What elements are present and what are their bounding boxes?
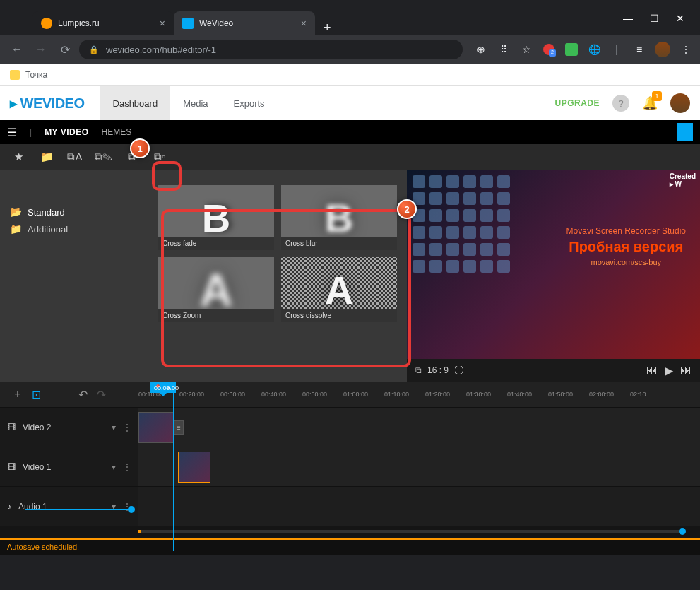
back-button[interactable]: ← xyxy=(7,43,27,56)
ruler-tick: 00:50:00 xyxy=(302,391,343,398)
track-body[interactable]: ≡ xyxy=(138,408,700,447)
tab-lumpics[interactable]: Lumpics.ru × xyxy=(32,11,174,35)
address-bar: ← → ⟳ 🔒 wevideo.com/hub#editor/-1 ⊕ ⠿ ☆ … xyxy=(0,35,700,64)
tab-close-icon[interactable]: × xyxy=(160,18,165,29)
edit-tool-icon[interactable]: ⧉✎ xyxy=(93,147,113,167)
video-icon: 🎞 xyxy=(7,462,16,472)
minimize-button[interactable]: — xyxy=(623,13,633,24)
close-button[interactable]: ✕ xyxy=(676,13,684,24)
reload-button[interactable]: ⟳ xyxy=(55,43,75,57)
star-icon[interactable]: ☆ xyxy=(519,42,533,57)
redo-icon[interactable]: ↷ xyxy=(92,388,110,401)
nav-dashboard[interactable]: Dashboard xyxy=(100,86,171,120)
track-menu-icon[interactable]: ⋮ xyxy=(123,462,131,472)
url-text: wevideo.com/hub#editor/-1 xyxy=(106,45,216,55)
zoom-handle[interactable] xyxy=(679,528,686,535)
ruler-tick: 01:30:00 xyxy=(466,391,507,398)
aspect-icon[interactable]: ⧉ xyxy=(415,365,422,375)
overlay-line2: Пробная версия xyxy=(566,239,686,255)
folder-standard[interactable]: 📂 Standard xyxy=(10,203,138,220)
themes-label: HEMES xyxy=(102,127,132,137)
preview-viewport[interactable]: Created▸ W Movavi Screen Recorder Studio… xyxy=(407,170,700,359)
ruler-tick: 01:40:00 xyxy=(507,391,548,398)
help-icon[interactable]: ? xyxy=(612,95,629,112)
lock-icon: 🔒 xyxy=(89,45,99,54)
zoom-slider[interactable] xyxy=(138,530,686,533)
folder-additional[interactable]: 📁 Additional xyxy=(10,220,138,237)
transition-indicator[interactable]: ≡ xyxy=(174,420,184,435)
text-tool-icon[interactable]: ⧉A xyxy=(65,147,85,167)
ruler-tick: 00:40:00 xyxy=(261,391,302,398)
tab-wevideo[interactable]: WeVideo × xyxy=(174,11,315,35)
project-bar: ☰ | MY VIDEO HEMES xyxy=(0,120,700,144)
aspect-ratio[interactable]: 16 : 9 xyxy=(427,365,449,375)
track-menu-icon[interactable]: ⋮ xyxy=(123,423,131,432)
translate-icon[interactable]: ⠿ xyxy=(497,42,511,57)
upgrade-link[interactable]: UPGRADE xyxy=(554,98,600,108)
new-tab-button[interactable]: + xyxy=(315,20,340,35)
bookmarks-bar: Точка xyxy=(0,64,700,86)
track-body[interactable] xyxy=(138,447,700,486)
track-dropdown-icon[interactable]: ▾ xyxy=(112,462,116,472)
snap-icon[interactable]: ⊡ xyxy=(27,388,45,401)
track-audio1: ♪ Audio 1 ▾ ⋮ xyxy=(0,486,700,526)
zoom-icon[interactable]: ⊕ xyxy=(474,42,488,57)
action-button[interactable] xyxy=(677,123,693,141)
track-label: Video 2 xyxy=(23,423,105,432)
folder-icon: 📂 xyxy=(10,206,22,218)
playhead-marker[interactable]: 📍 ✂ 00:09:00 xyxy=(150,382,176,393)
prev-frame-icon[interactable]: ⏮ xyxy=(646,364,658,377)
bookmark-link[interactable]: Точка xyxy=(25,70,47,80)
transition-crosszoom[interactable]: A Cross Zoom xyxy=(158,257,274,322)
tab-label: WeVideo xyxy=(199,18,233,28)
extension-icon[interactable]: 2 xyxy=(542,42,556,57)
track-label: Video 1 xyxy=(23,462,105,472)
notifications-icon[interactable]: 🔔1 xyxy=(642,95,658,111)
overlay-tool-icon[interactable]: ⧉▫ xyxy=(150,147,170,167)
notification-badge: 1 xyxy=(652,91,662,101)
add-track-icon[interactable]: + xyxy=(8,388,27,401)
project-title[interactable]: MY VIDEO xyxy=(45,127,88,137)
menu-icon[interactable]: ⋮ xyxy=(679,42,693,57)
track-dropdown-icon[interactable]: ▾ xyxy=(112,423,116,432)
url-input[interactable]: 🔒 wevideo.com/hub#editor/-1 xyxy=(79,40,463,59)
transition-crossdissolve[interactable]: A Cross dissolve xyxy=(281,257,397,322)
play-icon[interactable]: ▶ xyxy=(665,364,673,377)
volume-slider[interactable] xyxy=(25,509,131,510)
timeline-clip[interactable] xyxy=(138,412,174,443)
forward-button[interactable]: → xyxy=(31,43,51,56)
nav-media[interactable]: Media xyxy=(170,86,220,120)
tab-close-icon[interactable]: × xyxy=(301,18,307,29)
transition-crossfade[interactable]: B Cross fade xyxy=(158,185,274,250)
overlay-line1: Movavi Screen Recorder Studio xyxy=(566,226,686,236)
titlebar xyxy=(0,0,700,7)
track-body[interactable] xyxy=(138,487,700,526)
folder-label: Standard xyxy=(28,207,65,218)
timeline-clip[interactable] xyxy=(178,452,210,483)
next-frame-icon[interactable]: ⏭ xyxy=(680,364,692,377)
expand-icon[interactable]: ⛶ xyxy=(454,365,463,375)
media-toolbar: ★ 📁 ⧉A ⧉✎ ⧉ ⧉▫ xyxy=(0,144,700,170)
favicon-icon xyxy=(41,18,52,29)
transition-label: Cross blur xyxy=(281,237,397,250)
app-avatar[interactable] xyxy=(670,93,690,113)
wevideo-logo[interactable]: ▸ WEVIDEO xyxy=(10,95,85,112)
reading-list-icon[interactable]: ≡ xyxy=(632,42,646,57)
header-nav: Dashboard Media Exports xyxy=(100,86,278,120)
folder-tool-icon[interactable]: 📁 xyxy=(37,147,57,167)
overlay-line3: movavi.com/scs-buy xyxy=(566,258,686,266)
maximize-button[interactable]: ☐ xyxy=(650,13,659,24)
transition-label: Cross fade xyxy=(158,237,274,250)
star-tool-icon[interactable]: ★ xyxy=(8,147,28,167)
transition-crossblur[interactable]: B Cross blur xyxy=(281,185,397,250)
profile-avatar[interactable] xyxy=(655,42,670,57)
hamburger-icon[interactable]: ☰ xyxy=(7,126,17,139)
ruler-tick: 01:00:00 xyxy=(343,391,384,398)
nav-exports[interactable]: Exports xyxy=(221,86,278,120)
playhead-line[interactable] xyxy=(173,389,174,551)
app-icon[interactable] xyxy=(564,42,579,57)
undo-icon[interactable]: ↶ xyxy=(73,388,92,401)
playhead-time: 00:09:00 xyxy=(154,384,179,391)
globe-icon[interactable]: 🌐 xyxy=(587,42,601,57)
timeline-ruler[interactable]: + ⊡ ↶ ↷ 📍 ✂ 00:09:00 00:10:0000:20:0000:… xyxy=(0,382,700,407)
